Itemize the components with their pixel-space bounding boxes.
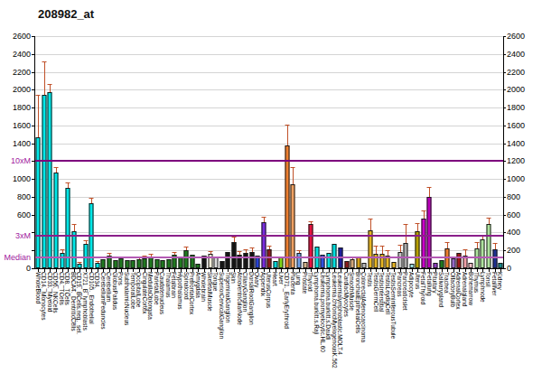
error-bar-cap (368, 219, 372, 219)
error-bar-cap (487, 218, 491, 219)
error-bar (287, 126, 288, 145)
error-bar (299, 251, 300, 253)
x-axis-label: Skin (230, 272, 237, 284)
y-axis-label-left: 2200 (0, 69, 31, 77)
error-bar (74, 225, 75, 231)
x-axis-label: Leukemia.chronicMyelogenousK.562 (331, 272, 337, 369)
error-bar-cap (48, 84, 52, 85)
error-bar-cap (374, 246, 378, 247)
y-axis-label-left: 0 (0, 265, 31, 273)
x-axis-label: Lymphoma.burkitt.s.Daudi (325, 272, 332, 340)
x-axis-label: Adrenalgland (462, 272, 468, 306)
x-axis-label: Trachea (444, 272, 450, 294)
error-bar-cap (492, 243, 497, 244)
x-axis-label: CD4._TCells (58, 272, 64, 305)
x-axis-label: Leukemia.promyelocytic.HL.60 (319, 272, 325, 352)
y-tick-right (503, 268, 506, 269)
x-axis-label: AdrenalCortex (455, 272, 462, 310)
error-bar (210, 252, 211, 254)
y-tick-left (32, 215, 34, 216)
error-bar-cap (243, 249, 248, 250)
y-tick-left (32, 250, 34, 251)
bar-slot (498, 36, 504, 268)
bar (487, 224, 491, 268)
x-axis-label: TestisSeminiferousTubule (390, 272, 397, 339)
x-axis-label: Liver (277, 272, 284, 285)
bar (392, 262, 397, 268)
error-bar-cap (416, 223, 420, 224)
x-axis-label: AtrioventricularNode (236, 272, 242, 325)
bar (303, 262, 307, 268)
x-axis-label: Testis (367, 272, 373, 287)
x-axis-label: CD8._TCells (64, 272, 70, 305)
error-bar-cap (238, 251, 242, 252)
x-axis-label: X721_B_lymphoblasts (82, 272, 89, 331)
x-axis-label: CD34. (94, 272, 100, 288)
bar (279, 257, 284, 268)
error-bar-cap (148, 254, 153, 255)
median-reference-line (35, 257, 503, 258)
y-tick-right (503, 36, 506, 37)
error-bar (252, 248, 253, 253)
x-axis-label: BronchialEpithelialCells (354, 272, 360, 333)
3xm-reference-line (35, 235, 503, 237)
error-bar-cap (78, 262, 82, 263)
error-bar (86, 241, 87, 244)
y-axis-label-right: 1600 (507, 122, 525, 130)
error-bar-cap (474, 242, 479, 243)
error-bar (382, 247, 383, 254)
error-bar (91, 199, 92, 203)
expression-chart: 208982_at WholeBloodCD14._MonocytesCD33.… (0, 0, 542, 392)
error-bar (68, 183, 69, 188)
x-axis-label: Fetalbrain (171, 272, 177, 298)
x-axis-label: SkeletalMuscle (206, 272, 212, 312)
error-bar-cap (83, 240, 88, 241)
x-axis-label: CiliaryGanglion (242, 272, 248, 312)
bar (416, 231, 420, 268)
x-axis-label: GlobusPalidus (111, 272, 117, 310)
y-tick-left (32, 107, 34, 108)
y-tick-left (32, 72, 34, 73)
error-bar-cap (386, 250, 390, 251)
x-axis-label: Lymphnode (479, 272, 485, 303)
x-axis-label: OlfactoryBulb (449, 272, 455, 307)
y-axis-label-right: 200 (507, 247, 520, 255)
bar (344, 261, 349, 268)
x-axis-label: Ovary (254, 272, 260, 287)
x-axis-label: TestisGermCell (372, 272, 378, 312)
error-bar-cap (36, 95, 41, 96)
bar (397, 252, 402, 268)
y-axis-label-right: 1400 (507, 140, 525, 148)
bar (409, 264, 414, 268)
x-axis-label: UterusCorpus (266, 272, 272, 308)
error-bar (56, 168, 57, 173)
error-bar-cap (261, 217, 266, 218)
bar (267, 249, 272, 268)
bar (273, 261, 277, 268)
ref-label-median: Median (0, 254, 31, 262)
bar (492, 249, 497, 268)
bar (196, 264, 201, 268)
bar (166, 259, 171, 268)
y-tick-left (32, 89, 34, 90)
error-bar-cap (60, 249, 64, 250)
bar (457, 253, 462, 268)
x-axis-label: Amygdala (194, 272, 201, 298)
error-bar (174, 253, 175, 255)
y-tick-left (32, 232, 34, 233)
x-axis-label: CD105._Endothelial (88, 272, 94, 324)
x-axis-label: OccipitalLobe (136, 272, 142, 307)
x-axis-label: TemporalLobe (129, 272, 136, 309)
bar (261, 222, 266, 268)
error-bar (239, 252, 240, 255)
error-bar-cap (291, 167, 295, 168)
y-axis-label-right: 2000 (507, 86, 525, 94)
x-axis-label: Placenta (289, 272, 295, 294)
x-axis-label: SuperiorCervicalGanglion (218, 272, 224, 339)
error-bar-cap (249, 247, 254, 248)
x-axis-label: Salivarygland (437, 272, 444, 307)
x-axis-label: Leukemialymphoblastic.MOLT.4 (337, 272, 343, 355)
error-bar-cap (404, 224, 408, 225)
y-axis-label-left: 1400 (0, 140, 31, 148)
x-axis-label: CardiacMyocytes (342, 272, 349, 317)
